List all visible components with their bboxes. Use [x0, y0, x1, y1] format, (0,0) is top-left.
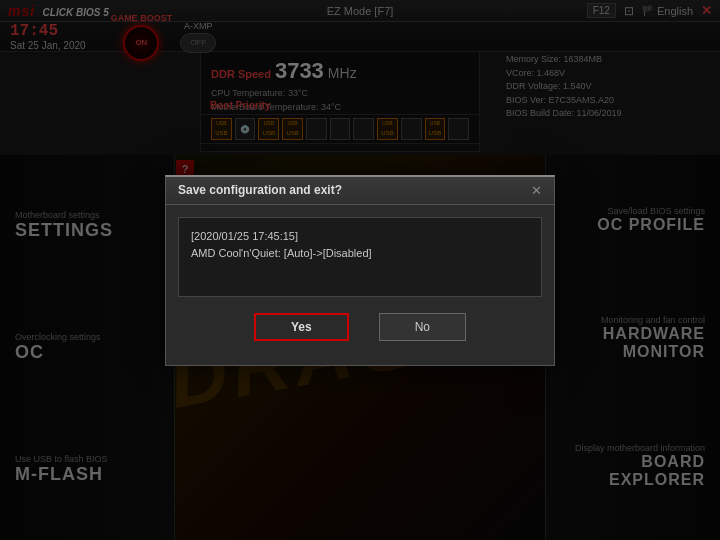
- modal-buttons: Yes No: [178, 313, 542, 353]
- modal-titlebar: Save configuration and exit? ✕: [166, 177, 554, 205]
- modal-body: [2020/01/25 17:45:15] AMD Cool'n'Quiet: …: [166, 205, 554, 365]
- no-button[interactable]: No: [379, 313, 466, 341]
- modal-log-line2: AMD Cool'n'Quiet: [Auto]->[Disabled]: [191, 245, 529, 263]
- modal-overlay: Save configuration and exit? ✕ [2020/01/…: [0, 0, 720, 540]
- modal-title: Save configuration and exit?: [178, 183, 342, 197]
- save-exit-modal: Save configuration and exit? ✕ [2020/01/…: [165, 175, 555, 366]
- modal-close-button[interactable]: ✕: [531, 183, 542, 198]
- modal-log-line1: [2020/01/25 17:45:15]: [191, 228, 529, 246]
- modal-content-box: [2020/01/25 17:45:15] AMD Cool'n'Quiet: …: [178, 217, 542, 297]
- yes-button[interactable]: Yes: [254, 313, 349, 341]
